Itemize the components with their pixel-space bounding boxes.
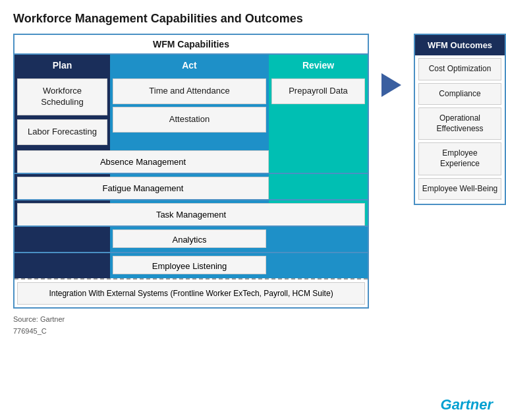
workforce-scheduling-cell: Workforce Scheduling	[17, 78, 107, 115]
right-arrow-icon	[381, 73, 401, 97]
outcome-cost-optimization: Cost Optimization	[418, 58, 501, 80]
fatigue-row: Fatigue Management	[14, 173, 368, 199]
employee-listening-cell: Employee Listening	[113, 256, 266, 274]
absence-row-content: Absence Management	[14, 148, 368, 173]
gartner-logo-text: Gartner	[441, 396, 493, 413]
integration-cell: Integration With External Systems (Front…	[17, 282, 365, 305]
plan-analytics-col	[14, 227, 110, 252]
act-col-header: Act	[110, 55, 269, 76]
page-container: Workforce Management Capabilities and Ou…	[0, 0, 506, 420]
review-top-section: Prepayroll Data	[269, 76, 368, 148]
review-absence-col	[269, 148, 368, 173]
listening-row: Employee Listening	[14, 252, 368, 278]
time-attendance-cell: Time and Attendance	[113, 78, 266, 104]
col-headers: Plan Act Review	[14, 55, 368, 76]
gartner-logo: Gartner	[441, 396, 493, 413]
arrow-container	[380, 73, 403, 97]
analytics-cell: Analytics	[113, 229, 266, 248]
fatigue-management-cell: Fatigue Management	[17, 177, 269, 200]
plan-col-header: Plan	[14, 55, 110, 76]
page-title: Workforce Management Capabilities and Ou…	[13, 12, 493, 26]
labor-forecasting-cell: Labor Forecasting	[17, 119, 107, 145]
outcome-employee-wellbeing: Employee Well-Being	[418, 178, 501, 200]
task-row: Task Management	[14, 199, 368, 225]
attestation-cell: Attestation	[113, 107, 266, 133]
prepayroll-cell: Prepayroll Data	[271, 78, 365, 104]
row-top: Workforce Scheduling Labor Forecasting T…	[14, 76, 368, 148]
act-top-section: Time and Attendance Attestation	[110, 76, 269, 148]
plan-top-section: Workforce Scheduling Labor Forecasting	[14, 76, 110, 148]
source-label: Source: Gartner	[13, 314, 493, 326]
task-management-cell: Task Management	[17, 203, 365, 226]
content-area: WFM Capabilities Plan Act Review Workfor…	[13, 34, 493, 309]
analytics-row: Analytics	[14, 225, 368, 252]
act-listening-review-col	[269, 253, 368, 278]
wfm-capabilities-box: WFM Capabilities Plan Act Review Workfor…	[13, 34, 369, 309]
absence-management-cell: Absence Management	[17, 150, 269, 173]
act-analytics-review-col	[269, 227, 368, 252]
source-id: 776945_C	[13, 326, 493, 338]
outcome-operational-effectiveness: Operational Effectiveness	[418, 107, 501, 140]
source-container: Source: Gartner 776945_C	[13, 314, 493, 337]
integration-row: Integration With External Systems (Front…	[14, 278, 368, 308]
outcome-employee-experience: Employee Experience	[418, 142, 501, 175]
outcome-compliance: Compliance	[418, 83, 501, 105]
wfm-cap-header: WFM Capabilities	[14, 35, 368, 55]
act-analytics-col: Analytics	[110, 227, 269, 252]
review-fatigue-col	[269, 174, 368, 199]
act-listening-col: Employee Listening	[110, 253, 269, 278]
review-col-header: Review	[269, 55, 368, 76]
outcomes-header: WFM Outcomes	[415, 35, 505, 55]
plan-listening-col	[14, 253, 110, 278]
wfm-outcomes-box: WFM Outcomes Cost Optimization Complianc…	[414, 34, 506, 205]
